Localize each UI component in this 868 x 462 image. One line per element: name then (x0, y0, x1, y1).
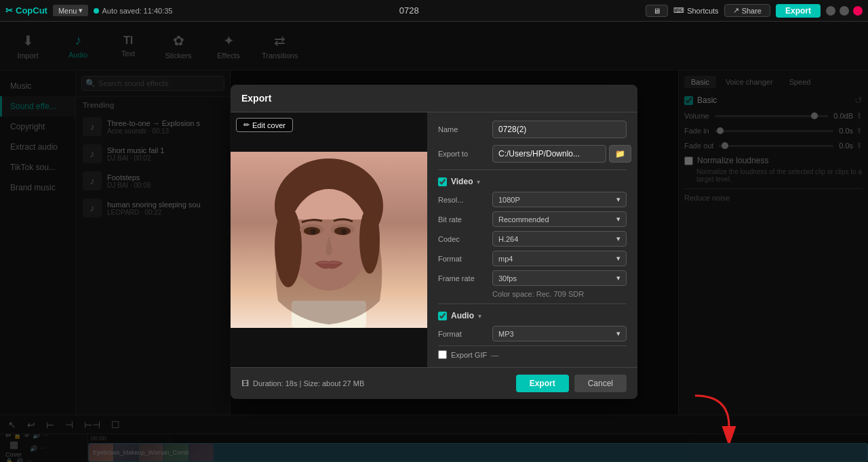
auto-save-dot (94, 8, 99, 14)
chevron-down-icon: ▾ (616, 329, 620, 338)
monitor-button[interactable]: 🖥 (646, 5, 668, 17)
modal-form: Name Export to 📁 Video ▾ (427, 112, 637, 367)
video-collapse-icon[interactable]: ▾ (477, 178, 480, 186)
name-input[interactable] (492, 121, 627, 138)
shortcuts-button[interactable]: ⌨ Shortcuts (673, 6, 718, 15)
film-icon: 🎞 (241, 379, 249, 387)
resolution-select[interactable]: 1080P ▾ (492, 192, 627, 207)
bitrate-row: Bit rate Recommended ▾ (438, 211, 627, 227)
topbar: ✂ CopCut Menu ▾ Auto saved: 11:40:35 072… (0, 0, 868, 22)
audio-section-divider (438, 303, 627, 304)
resolution-row: Resol... 1080P ▾ (438, 192, 627, 207)
audio-collapse-icon[interactable]: ▾ (478, 312, 481, 320)
codec-row: Codec H.264 ▾ (438, 231, 627, 247)
topbar-right: 🖥 ⌨ Shortcuts ↗ Share Export (646, 4, 863, 18)
audio-format-row: Format MP3 ▾ (438, 326, 627, 341)
cancel-button[interactable]: Cancel (574, 375, 627, 392)
gif-section-divider (438, 345, 627, 346)
video-section-divider (438, 169, 627, 170)
export-to-row: Export to 📁 (438, 145, 627, 163)
video-thumbnail (231, 152, 427, 328)
export-button-top[interactable]: Export (776, 4, 821, 18)
project-id: 0728 (178, 5, 640, 16)
share-button[interactable]: ↗ Share (724, 4, 770, 17)
gif-row: Export GIF — (438, 350, 627, 359)
red-arrow (688, 389, 743, 443)
thumbnail-svg (231, 152, 427, 328)
gif-checkbox[interactable] (438, 350, 447, 359)
audio-section-header: Audio ▾ (438, 308, 627, 320)
footer-buttons: Export Cancel (516, 375, 627, 392)
modal-header: Export (231, 85, 637, 112)
modal-body: ✏ Edit cover Name Export to 📁 (231, 112, 637, 367)
edit-icon: ✏ (243, 121, 250, 129)
app-logo: ✂ CopCut (5, 5, 47, 16)
modal-overlay: Export (0, 22, 868, 462)
format-select[interactable]: mp4 ▾ (492, 251, 627, 266)
export-path-input[interactable] (492, 145, 606, 163)
edit-cover-button[interactable]: ✏ Edit cover (236, 118, 293, 132)
codec-select[interactable]: H.264 ▾ (492, 231, 627, 247)
audio-format-select[interactable]: MP3 ▾ (492, 326, 627, 341)
color-space-label: Color space: Rec. 709 SDR (492, 290, 627, 298)
window-controls (826, 6, 863, 16)
audio-checkbox[interactable] (438, 312, 447, 320)
chevron-down-icon: ▾ (616, 254, 620, 263)
bitrate-select[interactable]: Recommended ▾ (492, 211, 627, 227)
format-row: Format mp4 ▾ (438, 251, 627, 266)
framerate-row: Frame rate 30fps ▾ (438, 270, 627, 286)
chevron-down-icon: ▾ (616, 215, 620, 224)
export-button[interactable]: Export (516, 375, 569, 392)
chevron-down-icon: ▾ (616, 195, 620, 204)
close-button[interactable] (853, 6, 863, 16)
minimize-button[interactable] (826, 6, 835, 16)
modal-preview: ✏ Edit cover (231, 112, 427, 367)
video-checkbox[interactable] (438, 177, 447, 186)
folder-button[interactable]: 📁 (609, 145, 631, 163)
video-section-header: Video ▾ (438, 174, 627, 186)
menu-button[interactable]: Menu ▾ (53, 5, 89, 16)
maximize-button[interactable] (840, 6, 849, 16)
duration-info: 🎞 Duration: 18s | Size: about 27 MB (241, 379, 364, 387)
chevron-down-icon: ▾ (616, 234, 620, 243)
framerate-select[interactable]: 30fps ▾ (492, 270, 627, 286)
chevron-down-icon: ▾ (616, 274, 620, 282)
export-path-group: 📁 (492, 145, 631, 163)
name-row: Name (438, 121, 627, 138)
modal-footer: 🎞 Duration: 18s | Size: about 27 MB Expo… (231, 367, 637, 399)
auto-save-status: Auto saved: 11:40:35 (94, 7, 172, 15)
export-modal: Export (231, 85, 637, 399)
